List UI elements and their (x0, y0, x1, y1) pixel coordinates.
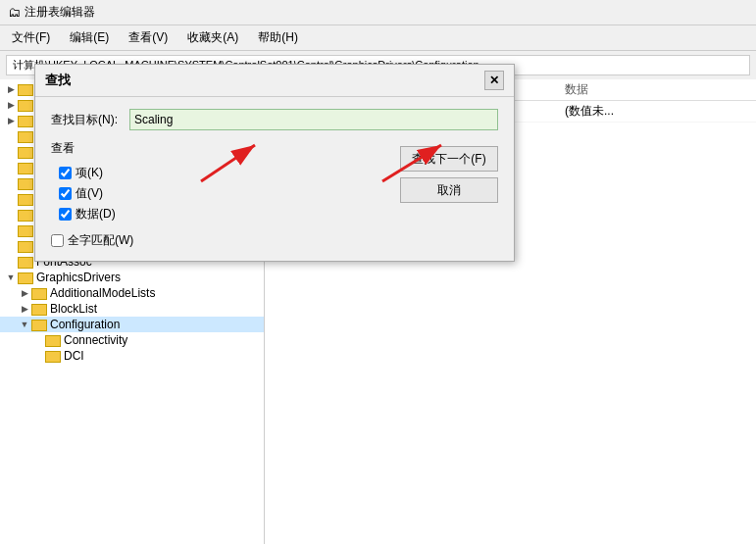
dialog-title: 查找 (45, 72, 71, 89)
tree-label: AdditionalModeLists (50, 286, 155, 300)
folder-icon (18, 162, 33, 173)
tree-item-blocklist[interactable]: ▶ BlockList (0, 301, 264, 317)
tree-arrow: ▶ (4, 84, 18, 94)
checkbox-row-data: 数据(D) (59, 206, 498, 223)
tree-label: BlockList (50, 302, 97, 316)
tree-label: GraphicsDrivers (36, 271, 121, 284)
tree-arrow: ▶ (4, 100, 18, 110)
cancel-button[interactable]: 取消 (400, 177, 498, 203)
tree-item-connectivity[interactable]: Connectivity (0, 332, 264, 348)
folder-icon (45, 334, 61, 346)
menu-edit[interactable]: 编辑(E) (66, 27, 113, 48)
checkbox-label-data: 数据(D) (76, 206, 116, 223)
tree-item-additionalmodelists[interactable]: ▶ AdditionalModeLists (0, 285, 264, 301)
tree-label: Configuration (50, 318, 120, 331)
dialog-buttons: 查找下一个(F) 取消 (400, 146, 498, 203)
full-match-label: 全字匹配(W) (68, 232, 133, 249)
folder-icon (18, 193, 33, 205)
folder-icon (18, 146, 33, 158)
folder-icon (31, 319, 47, 330)
folder-icon (18, 224, 33, 236)
menu-file[interactable]: 文件(F) (8, 27, 54, 48)
cell-data: (数值未... (565, 103, 750, 120)
tree-arrow: ▶ (18, 288, 31, 298)
folder-icon (18, 240, 33, 252)
menu-help[interactable]: 帮助(H) (254, 27, 302, 48)
tree-label: DCI (64, 349, 84, 363)
dialog-close-button[interactable]: ✕ (484, 71, 504, 90)
find-dialog: 查找 ✕ 查找目标(N): 查看 项(K) 值(V) 数据(D) (34, 64, 515, 262)
window-title: 注册表编辑器 (25, 4, 95, 21)
checkbox-items[interactable] (59, 167, 72, 179)
checkbox-label-items: 项(K) (76, 165, 103, 181)
folder-icon (18, 115, 33, 126)
folder-icon (18, 177, 33, 189)
folder-icon (18, 209, 33, 221)
search-input[interactable] (129, 109, 498, 130)
full-match-checkbox[interactable] (51, 234, 64, 247)
folder-icon (31, 287, 47, 299)
app-icon: 🗂 (8, 5, 21, 20)
folder-icon (18, 256, 33, 268)
menu-view[interactable]: 查看(V) (125, 27, 172, 48)
col-header-data: 数据 (565, 81, 750, 98)
tree-item-dci[interactable]: DCI (0, 348, 264, 364)
search-label: 查找目标(N): (51, 112, 129, 128)
tree-arrow: ▼ (18, 320, 31, 329)
dialog-body: 查找目标(N): 查看 项(K) 值(V) 数据(D) 全字匹配(W) (35, 97, 514, 261)
folder-icon (45, 350, 61, 362)
folder-icon (31, 303, 47, 315)
folder-icon (18, 272, 33, 283)
menu-favorites[interactable]: 收藏夹(A) (183, 27, 242, 48)
dialog-title-bar: 查找 ✕ (35, 65, 514, 97)
checkbox-values[interactable] (59, 187, 72, 200)
tree-item-graphicsdrivers[interactable]: ▼ GraphicsDrivers (0, 270, 264, 285)
tree-item-configuration[interactable]: ▼ Configuration (0, 317, 264, 332)
tree-arrow: ▼ (4, 272, 18, 282)
find-next-button[interactable]: 查找下一个(F) (400, 146, 498, 172)
tree-arrow: ▶ (18, 304, 31, 314)
tree-arrow: ▶ (4, 116, 18, 125)
checkbox-data[interactable] (59, 208, 72, 221)
search-row: 查找目标(N): (51, 109, 498, 130)
checkbox-label-values: 值(V) (76, 185, 103, 202)
menu-bar: 文件(F) 编辑(E) 查看(V) 收藏夹(A) 帮助(H) (0, 25, 756, 51)
title-bar: 🗂 注册表编辑器 (0, 0, 756, 25)
tree-label: Connectivity (64, 333, 127, 347)
folder-icon (18, 83, 33, 95)
folder-icon (18, 99, 33, 111)
folder-icon (18, 130, 33, 142)
full-match-row: 全字匹配(W) (51, 232, 498, 249)
